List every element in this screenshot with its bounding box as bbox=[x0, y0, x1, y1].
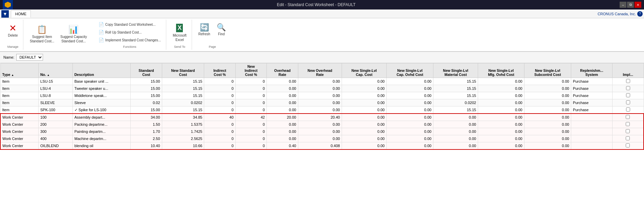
app-menu-button[interactable]: ▼ bbox=[1, 10, 9, 18]
table-row[interactable]: ItemLSU-4Tweeter speaker u...15.0015.150… bbox=[0, 85, 644, 92]
table-header-row: Type ▲ No. ▲ Description StandardCost Ne… bbox=[0, 63, 644, 78]
menu-bar: ▼ HOME CRONUS Canada, Inc. ? bbox=[0, 9, 644, 18]
suggest-capacity-button[interactable]: 📊 Suggest Capacity Standard Cost... bbox=[58, 24, 89, 44]
window-controls: – ⧉ ✕ bbox=[620, 2, 641, 8]
rollup-cost-button[interactable]: 📄 Roll Up Standard Cost... bbox=[96, 29, 164, 36]
no-sort-arrow: ▲ bbox=[47, 74, 50, 77]
col-replenishment: Replenishm...System bbox=[571, 63, 612, 78]
col-new-overhead-rate: New OverheadRate bbox=[298, 63, 342, 78]
col-impl: Impl... bbox=[612, 63, 644, 78]
impl-checkbox[interactable] bbox=[626, 107, 630, 112]
rollup-icon: 📄 bbox=[99, 30, 104, 35]
impl-checkbox[interactable] bbox=[626, 143, 630, 147]
excel-icon: X bbox=[176, 24, 183, 32]
title-bar: Edit - Standard Cost Worksheet - DEFAULT… bbox=[0, 0, 644, 9]
col-no: No. ▲ bbox=[39, 63, 73, 78]
refresh-icon: 🔄 bbox=[200, 24, 209, 31]
table-row[interactable]: ItemSPK-100✓ Spike for LS-10015.0015.150… bbox=[0, 106, 644, 114]
table-row[interactable]: ItemLSU-8Middletone speak...15.0015.1500… bbox=[0, 92, 644, 99]
refresh-button[interactable]: 🔄 Refresh bbox=[196, 22, 213, 43]
implement-icon: 📄 bbox=[99, 38, 104, 43]
type-sort-arrow: ▲ bbox=[11, 74, 14, 77]
suggest-item-icon: 📋 bbox=[37, 25, 47, 34]
impl-checkbox[interactable] bbox=[626, 115, 630, 119]
manage-label: Manage bbox=[7, 44, 19, 48]
col-new-subcontrd-cost: New Single-LvlSubcontrd Cost bbox=[524, 63, 571, 78]
suggest-capacity-icon: 📊 bbox=[68, 25, 79, 34]
table-body: ItemLSU-15Base speaker unit ...15.0015.1… bbox=[0, 78, 644, 150]
window-title: Edit - Standard Cost Worksheet - DEFAULT bbox=[13, 2, 620, 7]
close-button[interactable]: ✕ bbox=[635, 2, 641, 8]
sendto-label: Send To bbox=[174, 44, 185, 48]
col-new-mfg-ovhd-cost: New Single-LvlMfg. Ovhd Cost bbox=[478, 63, 524, 78]
delete-button[interactable]: ✕ Delete bbox=[5, 22, 20, 43]
name-select[interactable]: DEFAULT bbox=[16, 54, 43, 61]
col-new-standard-cost: New StandardCost bbox=[162, 63, 204, 78]
col-new-material-cost: New Single-LvlMaterial Cost bbox=[433, 63, 478, 78]
ribbon: ✕ Delete Manage 📋 Suggest Item Standard … bbox=[0, 18, 644, 52]
excel-button[interactable]: X Microsoft Excel bbox=[170, 22, 189, 43]
impl-checkbox[interactable] bbox=[626, 86, 630, 90]
ribbon-group-functions: 📄 Copy Standard Cost Worksheet... 📄 Roll… bbox=[93, 20, 167, 50]
impl-checkbox[interactable] bbox=[626, 93, 630, 97]
col-new-cap-ovhd-cost: New Single-LvlCap. Ovhd Cost bbox=[386, 63, 433, 78]
delete-icon: ✕ bbox=[9, 24, 17, 33]
home-tab[interactable]: HOME bbox=[11, 10, 31, 18]
col-new-indirect-cost-pct: NewIndirectCost % bbox=[235, 63, 266, 78]
help-icon[interactable]: ? bbox=[637, 11, 643, 17]
company-name: CRONUS Canada, Inc. ? bbox=[598, 11, 643, 17]
name-bar: Name: DEFAULT bbox=[0, 52, 644, 63]
impl-checkbox[interactable] bbox=[626, 79, 630, 83]
app-logo bbox=[3, 0, 13, 9]
impl-checkbox[interactable] bbox=[626, 129, 630, 133]
copy-worksheet-button[interactable]: 📄 Copy Standard Cost Worksheet... bbox=[96, 21, 164, 28]
col-new-cap-cost: New Single-LvlCap. Cost bbox=[342, 63, 386, 78]
table-row[interactable]: Work Center300Painting departm...1.701.7… bbox=[0, 128, 644, 135]
impl-checkbox[interactable] bbox=[626, 136, 630, 140]
ribbon-group-sendto: X Microsoft Excel Send To bbox=[168, 20, 192, 50]
col-indirect-cost-pct: IndirectCost % bbox=[204, 63, 235, 78]
find-icon: 🔍 bbox=[217, 24, 226, 31]
ribbon-group-suggest: 📋 Suggest Item Standard Cost... 📊 Sugges… bbox=[25, 20, 92, 50]
col-type: Type ▲ bbox=[0, 63, 39, 78]
functions-col: 📄 Copy Standard Cost Worksheet... 📄 Roll… bbox=[96, 21, 164, 44]
col-description: Description bbox=[72, 63, 130, 78]
title-bar-left bbox=[3, 0, 13, 9]
table-row[interactable]: Work Center100Assembly depart...34.0034.… bbox=[0, 114, 644, 121]
ribbon-group-manage: ✕ Delete Manage bbox=[3, 20, 23, 50]
name-label: Name: bbox=[3, 55, 14, 59]
suggest-item-button[interactable]: 📋 Suggest Item Standard Cost... bbox=[27, 24, 57, 44]
ribbon-group-page: 🔄 Refresh 🔍 Find Page bbox=[193, 20, 232, 50]
implement-changes-button[interactable]: 📄 Implement Standard Cost Changes... bbox=[96, 37, 164, 44]
col-overhead-rate: OverheadRate bbox=[267, 63, 298, 78]
cost-worksheet-table: Type ▲ No. ▲ Description StandardCost Ne… bbox=[0, 63, 644, 150]
find-button[interactable]: 🔍 Find bbox=[214, 22, 229, 43]
table-container[interactable]: Type ▲ No. ▲ Description StandardCost Ne… bbox=[0, 63, 644, 201]
table-row[interactable]: Work CenterOILBLENDblending oil10.4010.6… bbox=[0, 142, 644, 150]
col-standard-cost: StandardCost bbox=[131, 63, 162, 78]
page-label: Page bbox=[209, 44, 216, 48]
impl-checkbox[interactable] bbox=[626, 100, 630, 104]
table-row[interactable]: ItemLSU-15Base speaker unit ...15.0015.1… bbox=[0, 78, 644, 85]
functions-label: Functions bbox=[123, 44, 136, 48]
restore-button[interactable]: ⧉ bbox=[627, 2, 634, 8]
table-row[interactable]: Work Center200Packing departme...1.501.5… bbox=[0, 121, 644, 128]
impl-checkbox[interactable] bbox=[626, 122, 630, 126]
copy-icon: 📄 bbox=[99, 22, 104, 27]
minimize-button[interactable]: – bbox=[620, 2, 626, 8]
table-row[interactable]: Work Center400Machine departm...2.502.56… bbox=[0, 135, 644, 142]
table-row[interactable]: ItemSLEEVESleeve0.020.0202000.000.000.00… bbox=[0, 99, 644, 106]
